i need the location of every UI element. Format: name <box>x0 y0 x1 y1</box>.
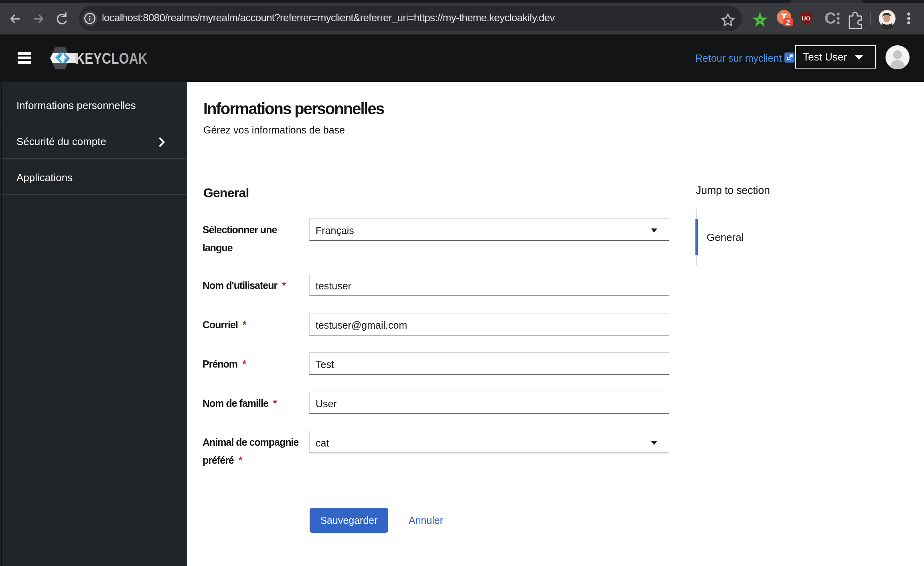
svg-text:UO: UO <box>802 15 811 22</box>
svg-text:2: 2 <box>786 18 790 26</box>
svg-text:KEYCLOAK: KEYCLOAK <box>75 50 148 67</box>
svg-text:C: C <box>825 9 836 27</box>
